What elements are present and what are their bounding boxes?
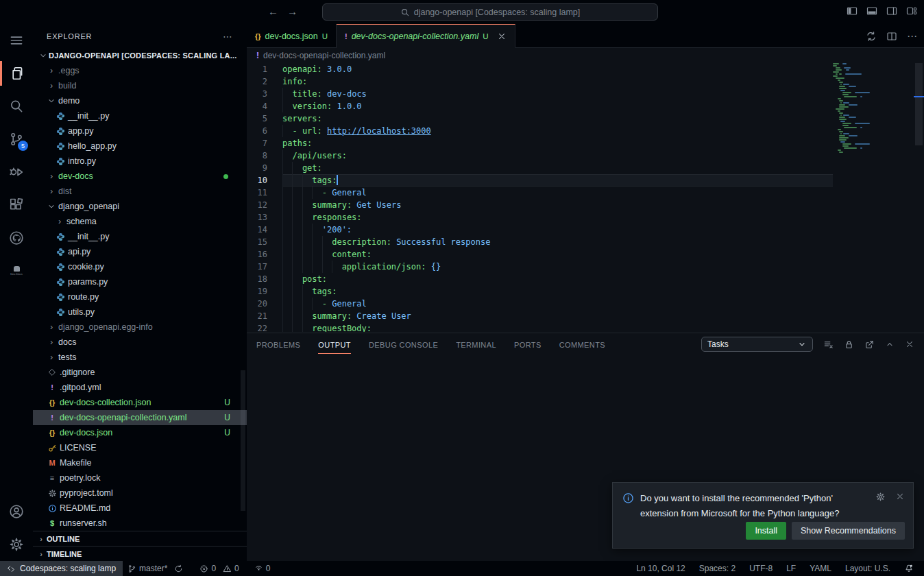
code-line-4[interactable]: 4version: 1.0.0	[247, 100, 833, 112]
status-ln-10-col-12[interactable]: Ln 10, Col 12	[631, 561, 690, 576]
code-line-18[interactable]: 18post:	[247, 273, 833, 285]
activitybar-github[interactable]	[0, 221, 33, 254]
tree-root[interactable]: DJANGO-OPENAPI [CODESPACES: SCALING LA..…	[33, 48, 247, 63]
notifications-bell-icon[interactable]	[899, 561, 919, 576]
more-actions-icon[interactable]: ⋯	[907, 30, 917, 43]
tree-item-dev-docs.json[interactable]: {}dev-docs.jsonU	[33, 425, 247, 440]
command-center-search[interactable]: django-openapi [Codespaces: scaling lamp…	[322, 3, 658, 21]
notification-close-icon[interactable]	[895, 492, 905, 502]
tree-item-app.py[interactable]: app.py	[33, 123, 247, 139]
activitybar-extensions[interactable]	[0, 189, 33, 221]
status-layout[interactable]: Layout: U.S.	[840, 561, 895, 576]
lock-scroll-icon[interactable]	[844, 339, 854, 350]
problems-status[interactable]: 0 0	[195, 561, 243, 576]
tree-item-dev-docs[interactable]: ›dev-docs	[33, 169, 247, 184]
activitybar-explorer[interactable]	[0, 57, 33, 90]
activitybar-menu[interactable]	[0, 24, 33, 57]
forward-arrow-icon[interactable]: →	[287, 5, 297, 17]
tree-item-.eggs[interactable]: ›.eggs	[33, 63, 247, 78]
code-line-20[interactable]: 20- General	[247, 298, 833, 310]
code-editor[interactable]: 1openapi: 3.0.02info:3title: dev-docs4ve…	[247, 63, 833, 332]
editor-tab-dev-docs.json[interactable]: {}dev-docs.jsonU	[247, 24, 337, 48]
toggle-sidebar-icon[interactable]	[845, 4, 859, 18]
tree-item-.gitpod.yml[interactable]: !.gitpod.yml	[33, 380, 247, 395]
editor-tab-dev-docs-openapi-collection.yaml[interactable]: !dev-docs-openapi-collection.yamlU	[337, 24, 515, 48]
toggle-panel-icon[interactable]	[865, 4, 879, 18]
tree-item-django_openapi[interactable]: django_openapi	[33, 199, 247, 214]
show-recommendations-button[interactable]: Show Recommendations	[792, 522, 905, 540]
status-spaces[interactable]: Spaces: 2	[694, 561, 740, 576]
tree-item-dev-docs-collection.json[interactable]: {}dev-docs-collection.jsonU	[33, 395, 247, 410]
minimap[interactable]	[833, 63, 913, 332]
tree-item-utils.py[interactable]: utils.py	[33, 304, 247, 320]
code-line-21[interactable]: 21summary: Create User	[247, 310, 833, 322]
toggle-secondary-sidebar-icon[interactable]	[885, 4, 899, 18]
panel-tab-terminal[interactable]: TERMINAL	[456, 335, 496, 353]
tree-item-cookie.py[interactable]: cookie.py	[33, 259, 247, 274]
remote-indicator[interactable]: Codespaces: scaling lamp	[0, 561, 123, 576]
sync-icon[interactable]	[174, 564, 183, 573]
activitybar-run-debug[interactable]	[0, 156, 33, 189]
panel-tab-output[interactable]: OUTPUT	[318, 335, 351, 354]
code-line-3[interactable]: 3title: dev-docs	[247, 88, 833, 100]
activitybar-search[interactable]	[0, 90, 33, 123]
notification-settings-icon[interactable]	[875, 492, 886, 502]
split-editor-icon[interactable]	[886, 31, 897, 42]
tree-item-runserver.sh[interactable]: $runserver.sh	[33, 516, 247, 531]
status-lf[interactable]: LF	[781, 561, 801, 576]
code-line-8[interactable]: 8/api/users:	[247, 149, 833, 162]
code-line-15[interactable]: 15description: Successful response	[247, 236, 833, 248]
tree-item-Makefile[interactable]: MMakefile	[33, 455, 247, 470]
panel-tab-comments[interactable]: COMMENTS	[559, 335, 605, 353]
code-line-22[interactable]: 22requestBody:	[247, 322, 833, 332]
open-output-in-editor-icon[interactable]	[864, 339, 875, 350]
code-line-11[interactable]: 11- General	[247, 187, 833, 199]
output-channel-select[interactable]: Tasks	[701, 337, 813, 352]
code-line-16[interactable]: 16content:	[247, 248, 833, 261]
code-line-13[interactable]: 13responses:	[247, 211, 833, 224]
status-yaml[interactable]: YAML	[805, 561, 836, 576]
timeline-section[interactable]: › TIMELINE	[33, 546, 247, 561]
tree-item-params.py[interactable]: params.py	[33, 274, 247, 289]
tree-item-api.py[interactable]: api.py	[33, 244, 247, 259]
code-line-12[interactable]: 12summary: Get Users	[247, 199, 833, 211]
tree-item-.gitignore[interactable]: .gitignore	[33, 365, 247, 380]
maximize-panel-icon[interactable]	[885, 339, 895, 349]
tree-item-dist[interactable]: ›dist	[33, 184, 247, 199]
outline-section[interactable]: › OUTLINE	[33, 531, 247, 546]
tree-item-django_openapi.egg-info[interactable]: ›django_openapi.egg-info	[33, 320, 247, 335]
code-line-10[interactable]: 10tags:	[247, 174, 833, 187]
code-line-7[interactable]: 7paths:	[247, 137, 833, 149]
sidebar-scrollbar[interactable]	[241, 370, 245, 511]
activitybar-settings[interactable]	[0, 528, 33, 561]
clear-output-icon[interactable]	[823, 339, 834, 350]
activitybar-account[interactable]	[0, 495, 33, 528]
tree-item-LICENSE[interactable]: LICENSE	[33, 440, 247, 455]
tree-item-pyproject.toml[interactable]: pyproject.toml	[33, 485, 247, 501]
tree-item-__init__.py[interactable]: __init__.py	[33, 229, 247, 244]
install-button[interactable]: Install	[746, 522, 786, 540]
status-utf-8[interactable]: UTF-8	[744, 561, 777, 576]
code-line-19[interactable]: 19tags:	[247, 285, 833, 298]
tree-item-build[interactable]: ›build	[33, 78, 247, 93]
tree-item-tests[interactable]: ›tests	[33, 350, 247, 365]
tree-item-docs[interactable]: ›docs	[33, 335, 247, 350]
editor-scrollbar[interactable]	[914, 63, 924, 332]
activitybar-dev-docs-extension[interactable]: Dev-Docs	[0, 254, 33, 287]
panel-tab-debug-console[interactable]: DEBUG CONSOLE	[369, 335, 438, 353]
ports-status[interactable]: 0	[250, 561, 276, 576]
code-line-6[interactable]: 6- url: http://localhost:3000	[247, 125, 833, 137]
code-line-1[interactable]: 1openapi: 3.0.0	[247, 63, 833, 75]
tree-item-poetry.lock[interactable]: ≡poetry.lock	[33, 470, 247, 485]
open-changes-icon[interactable]	[866, 31, 877, 42]
code-line-9[interactable]: 9get:	[247, 162, 833, 174]
tree-item-route.py[interactable]: route.py	[33, 289, 247, 304]
tree-item-__init__.py[interactable]: __init__.py	[33, 108, 247, 123]
explorer-more-actions-icon[interactable]: ⋯	[223, 31, 233, 42]
tree-item-demo[interactable]: demo	[33, 93, 247, 108]
code-line-5[interactable]: 5servers:	[247, 112, 833, 125]
tree-item-schema[interactable]: ›schema	[33, 214, 247, 229]
close-panel-icon[interactable]	[905, 339, 914, 349]
customize-layout-icon[interactable]	[905, 4, 919, 18]
tree-item-README.md[interactable]: README.md	[33, 501, 247, 516]
